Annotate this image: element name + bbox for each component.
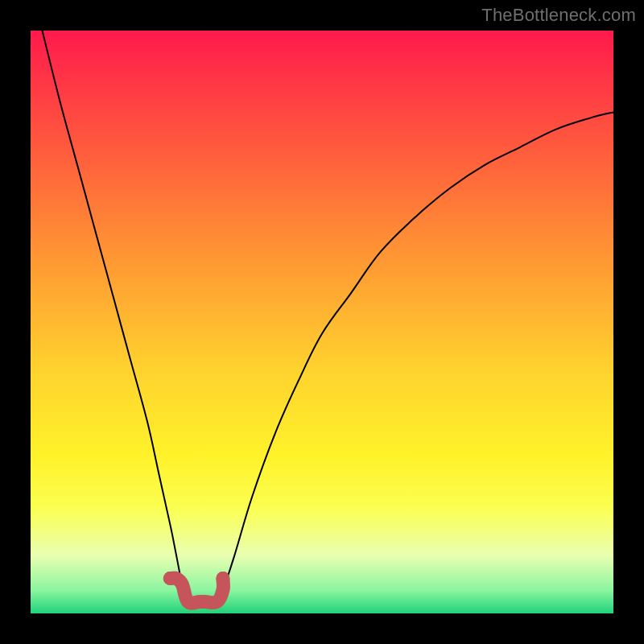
gradient-background	[31, 31, 613, 613]
chart-frame: TheBottleneck.com	[0, 0, 644, 644]
bottleneck-chart	[31, 31, 613, 613]
overlay-endpoint-dot	[216, 572, 229, 585]
watermark-text: TheBottleneck.com	[481, 5, 636, 26]
overlay-endpoint-dot	[163, 572, 177, 585]
plot-area	[31, 31, 613, 613]
